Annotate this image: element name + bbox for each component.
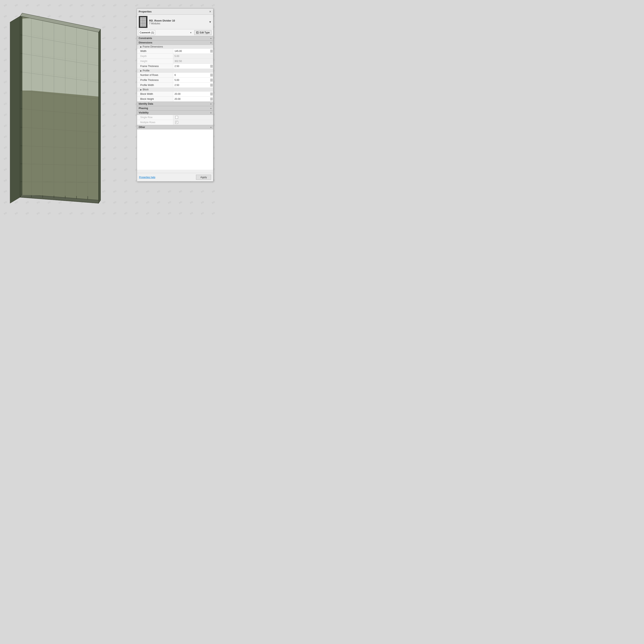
profile-width-scroll-indicator [210,84,213,87]
svg-marker-65 [43,128,54,146]
svg-marker-66 [54,128,65,147]
section-header-identity[interactable]: Identity Data « [137,102,213,106]
svg-marker-56 [22,109,31,127]
svg-marker-59 [54,110,65,129]
component-thumbnail [139,16,148,28]
svg-marker-86 [43,182,54,196]
identity-label: Identity Data [139,102,153,105]
identity-collapse-icon: « [210,103,212,105]
profile-header[interactable]: ▶ Profile [137,69,213,73]
block-width-scroll-indicator [210,93,213,95]
prop-value-num-rows[interactable]: 6 [173,73,213,77]
dimensions-label: Dimensions [139,41,152,44]
svg-marker-33 [76,43,88,62]
prop-value-single-row [173,115,213,120]
panel-footer: Properties help Apply [137,173,213,181]
prop-value-frame-thickness[interactable]: 2.50 [173,64,213,69]
section-header-dimensions[interactable]: Dimensions » [137,40,213,45]
svg-marker-28 [22,35,31,53]
svg-marker-68 [76,129,88,147]
svg-marker-72 [43,146,54,164]
apply-button[interactable]: Apply [196,175,211,180]
svg-marker-61 [76,111,88,130]
num-rows-scroll-indicator [210,74,213,76]
prop-value-multiple-rows [173,120,213,125]
svg-marker-4 [20,13,22,197]
svg-marker-30 [43,37,54,57]
prop-value-block-height[interactable]: 20.00 [173,97,213,101]
svg-marker-34 [88,45,98,63]
svg-marker-76 [88,147,98,165]
visibility-label: Visibility [139,111,149,114]
section-header-other[interactable]: Other « [137,125,213,129]
prop-row-depth: Depth 5.00 [137,54,213,59]
properties-panel: Properties × RD_Room Divider 10 7 Module… [137,8,213,182]
svg-marker-83 [88,165,98,182]
svg-marker-51 [43,92,54,110]
prop-value-profile-thickness[interactable]: 5.00 [173,78,213,83]
svg-marker-57 [31,109,43,128]
svg-marker-38 [54,57,65,76]
svg-marker-85 [31,182,43,195]
panel-title: Properties [139,10,152,13]
prop-value-block-width[interactable]: 20.00 [173,92,213,96]
type-dropdown-wrapper: Casework (1) ▼ [139,30,193,35]
divider-front-face [20,13,101,203]
frame-dimensions-header[interactable]: ▶ Frame Dimensions [137,45,213,49]
properties-help-link[interactable]: Properties help [139,176,155,179]
header-dropdown-arrow[interactable]: ▼ [209,20,212,24]
constraints-collapse-icon: « [210,37,212,39]
svg-marker-44 [43,73,54,93]
svg-marker-48 [88,79,98,97]
prop-label-block-height: Block Height [137,97,173,101]
edit-type-button[interactable]: Edit Type [194,30,212,35]
component-subtitle: 7 Modules [149,22,207,25]
component-name: RD_Room Divider 10 [149,19,207,22]
svg-marker-0 [10,16,20,203]
svg-marker-88 [65,182,76,196]
svg-marker-41 [88,62,98,80]
phasing-label: Phasing [139,107,148,110]
prop-row-num-rows: Number of Rows 6 [137,73,213,78]
edit-type-icon [196,31,199,34]
svg-marker-35 [22,53,31,72]
svg-marker-69 [88,130,98,147]
other-collapse-icon: « [210,126,212,128]
svg-marker-55 [88,96,98,112]
prop-row-block-height: Block Height 20.00 [137,97,213,102]
prop-row-frame-thickness: Frame Thickness 2.50 [137,64,213,69]
svg-marker-39 [65,58,76,77]
prop-label-multiple-rows: Multiple Rows [137,120,173,125]
multiple-rows-checkbox[interactable] [175,121,178,124]
svg-marker-53 [65,94,76,111]
frame-thickness-scroll-indicator [210,65,213,68]
svg-marker-40 [76,60,88,79]
prop-value-width[interactable]: 145.00 [173,49,213,54]
svg-marker-89 [76,182,88,196]
type-dropdown[interactable]: Casework (1) [139,30,155,35]
svg-marker-71 [31,146,43,164]
prop-row-width: Width 145.00 [137,49,213,54]
svg-marker-24 [54,23,65,41]
svg-marker-50 [31,91,43,109]
section-header-constraints[interactable]: Constraints « [137,36,213,40]
constraints-label: Constraints [139,37,152,40]
prop-value-profile-width[interactable]: 2.50 [173,83,213,88]
section-header-visibility[interactable]: Visibility » [137,110,213,115]
svg-marker-32 [65,41,76,60]
type-dropdown-arrow: ▼ [190,32,192,34]
prop-value-height: 302.50 [173,59,213,64]
single-row-checkbox[interactable] [175,116,178,119]
svg-marker-37 [43,55,54,75]
component-info: RD_Room Divider 10 7 Modules [149,19,207,25]
svg-marker-73 [54,146,65,164]
prop-label-frame-thickness: Frame Thickness [137,64,173,69]
section-header-phasing[interactable]: Phasing « [137,106,213,110]
prop-row-height: Height 302.50 [137,59,213,64]
panel-close-button[interactable]: × [209,10,212,13]
prop-label-width: Width [137,49,173,54]
type-selector-row: Casework (1) ▼ Edit Type [137,29,213,36]
block-header[interactable]: ▶ Block [137,88,213,92]
panel-content[interactable]: Constraints « Dimensions » ▶ Frame Dimen… [137,36,213,173]
dimensions-collapse-icon: » [210,41,212,44]
